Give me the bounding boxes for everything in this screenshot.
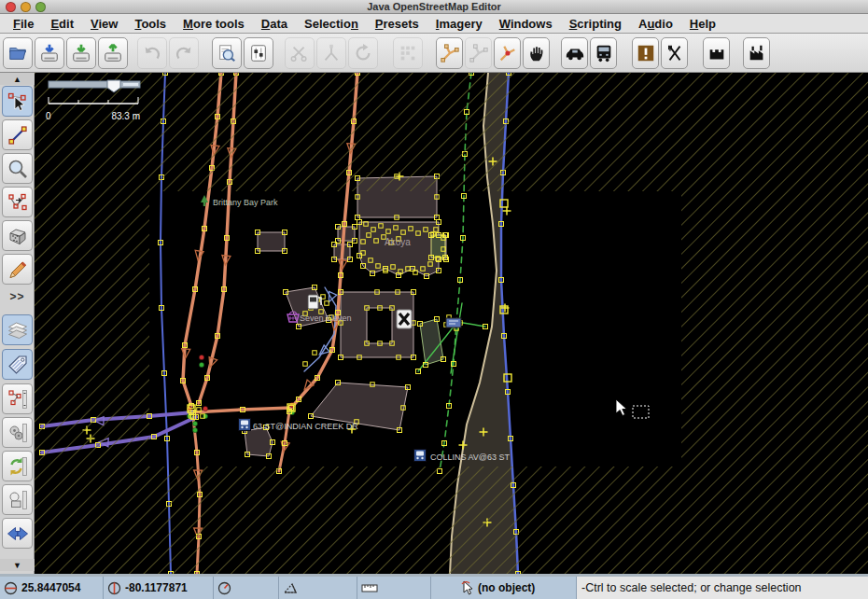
heading-icon [217,581,231,595]
bus-icon[interactable] [414,450,427,462]
toolbar-button-car[interactable] [561,37,588,69]
menu-item-edit[interactable]: Edit [42,17,82,31]
map-label: 63 ST@INDIAN CREEK DR [253,422,358,431]
scale-left-label: 0 [46,111,51,121]
menu-item-imagery[interactable]: Imagery [427,17,491,31]
toolbar-button-junction-red[interactable] [494,37,521,69]
selection-list-icon [7,388,29,411]
sidebar-button-draw[interactable] [2,119,33,150]
menu-item-data[interactable]: Data [253,17,296,31]
menu-item-windows[interactable]: Windows [491,17,561,31]
toolbar-button-search-preferences[interactable] [212,37,242,69]
download-icon [71,43,91,63]
status-spacer [431,577,456,599]
improve-accuracy-icon [7,191,29,214]
combine-way-icon [321,43,342,63]
toolbar-button-bus[interactable] [590,37,617,69]
area-akoya-courtyard[interactable] [431,235,445,258]
sidebar-button-command-stack[interactable] [2,417,33,448]
latitude-icon [4,581,18,595]
select-icon [7,91,29,113]
menu-item-view[interactable]: View [82,17,126,31]
menu-item-presets[interactable]: Presets [367,17,427,31]
upload-icon [103,43,123,63]
junction-orange-icon [440,43,460,63]
sidebar-button-select[interactable] [2,86,33,117]
menu-item-help[interactable]: Help [681,17,724,31]
layers-icon [7,319,29,341]
x-marker-icon[interactable] [397,310,412,328]
factory-icon [747,43,767,63]
draw-icon [7,124,29,146]
toolbar-button-warning[interactable] [632,37,659,69]
latitude-cell: 25.8447054 [0,577,104,599]
sidebar-more-button[interactable]: >> [0,290,35,303]
sidebar-button-zoom[interactable] [2,153,33,184]
castle-icon [707,43,727,63]
sidebar-button-extrude[interactable] [2,220,33,251]
menu-item-selection[interactable]: Selection [296,17,367,31]
map-canvas[interactable]: Brittany Bay ParkAkoyaSeven Eleven63 ST@… [35,73,868,574]
toolbar-button-castle[interactable] [703,37,730,69]
sidebar-button-conflict[interactable] [2,518,33,549]
toolbar-button-undo [137,37,167,69]
sidebar-button-layers[interactable] [2,314,33,345]
toolbar-button-upload[interactable] [98,37,128,69]
heading-cell [214,577,279,599]
junction-red-icon [497,43,518,63]
car-icon [565,43,585,63]
sidebar-button-changeset[interactable] [2,451,33,481]
toolbar-button-download[interactable] [66,37,96,69]
menu-item-scripting[interactable]: Scripting [561,17,630,31]
hand-icon [526,43,547,63]
grid-icon [398,43,418,63]
menu-item-tools[interactable]: Tools [126,17,175,31]
toolbar-button-hand[interactable] [523,37,550,69]
conflict-icon [7,522,29,545]
toolbar-button-grid [393,37,423,69]
map-label: Seven Eleven [300,313,352,323]
undo-icon [142,43,162,63]
toolbar-button-restaurant[interactable] [661,37,688,69]
sidebar-scroll-up[interactable]: ▲ [0,73,35,85]
sidebar-scroll-down[interactable]: ▼ [0,559,35,571]
menu-item-more-tools[interactable]: More tools [175,17,253,31]
title-bar[interactable]: Java OpenStreetMap Editor [0,0,868,14]
bus-icon[interactable] [239,419,251,431]
changeset-icon [7,455,29,478]
sidebar-button-tags[interactable] [2,349,33,380]
sidebar-button-selection-list[interactable] [2,383,33,414]
pencil-icon [7,258,29,281]
scale-right-label: 83.3 m [111,111,140,121]
preferences-icon [248,43,269,63]
angle-icon [283,581,298,594]
longitude-icon [107,581,121,595]
save-icon [39,43,60,63]
bus-icon [594,43,614,63]
dimension-cell [357,577,431,599]
toolbar-button-junction-orange[interactable] [436,37,463,69]
extrude-icon [7,225,29,247]
area-building-small[interactable] [258,232,285,251]
sidebar-button-pencil[interactable] [2,254,33,285]
toolbar-button-open[interactable] [3,37,33,69]
object-value: (no object) [478,581,535,594]
menu-item-audio[interactable]: Audio [630,17,681,31]
update-data-icon [353,43,373,63]
menu-item-file[interactable]: File [5,17,42,31]
mini-blue-icon[interactable] [446,318,461,327]
map-label: Akoya [385,237,411,247]
menu-bar: FileEditViewToolsMore toolsDataSelection… [0,14,868,34]
sidebar-button-improve-accuracy[interactable] [2,187,33,217]
zoom-icon [7,158,29,180]
junction-gray-icon [469,43,489,63]
toolbar-button-factory[interactable] [743,37,770,69]
sidebar-button-map-paint[interactable] [2,484,33,515]
side-toolbar: ▲>>▼ [0,73,35,574]
tags-icon [7,354,29,376]
toolbar-button-preferences[interactable] [244,37,273,69]
toolbar-button-redo [169,37,199,69]
window-title: Java OpenStreetMap Editor [0,1,868,12]
toolbar-button-save[interactable] [35,37,64,69]
latitude-value: 25.8447054 [21,581,80,594]
